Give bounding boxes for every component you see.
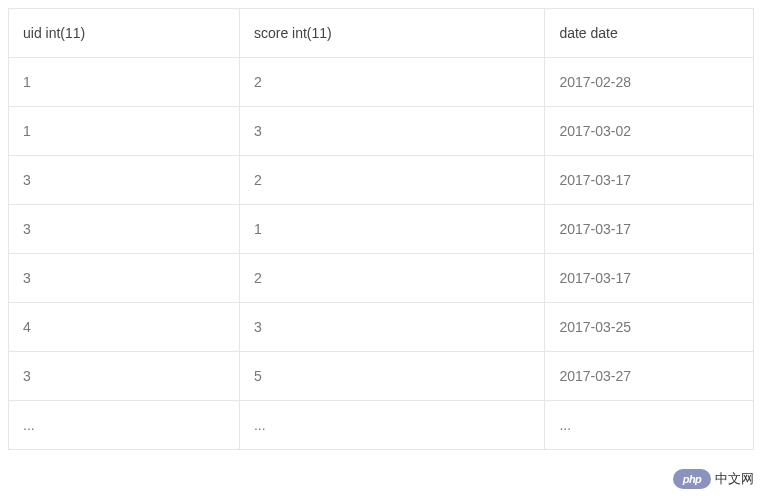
cell-uid: 1 — [9, 107, 240, 156]
cell-uid: 3 — [9, 205, 240, 254]
table-row: 1 3 2017-03-02 — [9, 107, 754, 156]
cell-date: 2017-03-17 — [545, 254, 754, 303]
cell-score: 2 — [239, 254, 544, 303]
cell-date: 2017-03-02 — [545, 107, 754, 156]
cell-score: ... — [239, 401, 544, 450]
cell-score: 1 — [239, 205, 544, 254]
data-table-wrapper: uid int(11) score int(11) date date 1 2 … — [0, 0, 762, 458]
watermark: php 中文网 — [673, 469, 754, 489]
cell-date: 2017-02-28 — [545, 58, 754, 107]
cell-uid: 3 — [9, 352, 240, 401]
cell-score: 3 — [239, 303, 544, 352]
table-row: ... ... ... — [9, 401, 754, 450]
cell-score: 3 — [239, 107, 544, 156]
cell-uid: ... — [9, 401, 240, 450]
table-row: 3 2 2017-03-17 — [9, 254, 754, 303]
table-header-row: uid int(11) score int(11) date date — [9, 9, 754, 58]
cell-score: 2 — [239, 58, 544, 107]
cell-uid: 3 — [9, 156, 240, 205]
cell-date: 2017-03-17 — [545, 156, 754, 205]
table-row: 4 3 2017-03-25 — [9, 303, 754, 352]
cell-score: 5 — [239, 352, 544, 401]
watermark-text: 中文网 — [715, 470, 754, 488]
table-row: 3 5 2017-03-27 — [9, 352, 754, 401]
cell-uid: 4 — [9, 303, 240, 352]
table-row: 3 2 2017-03-17 — [9, 156, 754, 205]
cell-date: 2017-03-25 — [545, 303, 754, 352]
table-row: 3 1 2017-03-17 — [9, 205, 754, 254]
cell-date: 2017-03-27 — [545, 352, 754, 401]
header-score: score int(11) — [239, 9, 544, 58]
header-uid: uid int(11) — [9, 9, 240, 58]
header-date: date date — [545, 9, 754, 58]
cell-date: ... — [545, 401, 754, 450]
php-badge-icon: php — [673, 469, 711, 489]
table-row: 1 2 2017-02-28 — [9, 58, 754, 107]
cell-uid: 3 — [9, 254, 240, 303]
data-table: uid int(11) score int(11) date date 1 2 … — [8, 8, 754, 450]
cell-uid: 1 — [9, 58, 240, 107]
cell-score: 2 — [239, 156, 544, 205]
cell-date: 2017-03-17 — [545, 205, 754, 254]
